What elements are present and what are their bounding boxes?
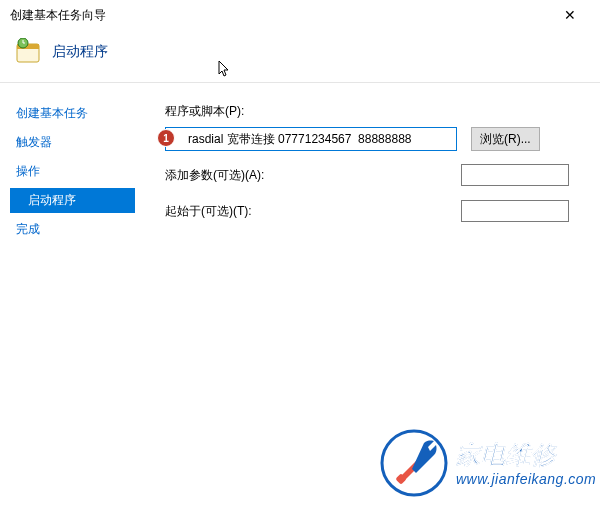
startin-input[interactable] (461, 200, 569, 222)
wizard-window: 创建基本任务向导 ✕ 启动程序 创建基本任务 触发器 操作 启动程序 完成 程序… (0, 0, 600, 513)
close-button[interactable]: ✕ (550, 1, 590, 29)
watermark-text: 家电维修 (456, 439, 596, 471)
startin-label: 起始于(可选)(T): (165, 203, 461, 220)
sidebar-item-trigger[interactable]: 触发器 (10, 130, 135, 155)
sidebar-item-start-program[interactable]: 启动程序 (10, 188, 135, 213)
watermark-text-block: 家电维修 www.jianfeikang.com (456, 439, 596, 487)
watermark: 家电维修 www.jianfeikang.com (380, 413, 600, 513)
program-icon (14, 38, 42, 66)
wizard-header: 启动程序 (0, 30, 600, 83)
browse-button[interactable]: 浏览(R)... (471, 127, 540, 151)
annotation-marker-1: 1 (157, 129, 175, 147)
sidebar-item-action[interactable]: 操作 (10, 159, 135, 184)
window-title: 创建基本任务向导 (10, 7, 106, 24)
script-label: 程序或脚本(P): (165, 103, 588, 120)
script-input-wrap: 1 (165, 127, 457, 151)
script-input[interactable] (165, 127, 457, 151)
args-label: 添加参数(可选)(A): (165, 167, 461, 184)
titlebar: 创建基本任务向导 ✕ (0, 0, 600, 30)
tools-icon (380, 429, 448, 497)
page-title: 启动程序 (52, 43, 108, 61)
sidebar-item-create-task[interactable]: 创建基本任务 (10, 101, 135, 126)
sidebar: 创建基本任务 触发器 操作 启动程序 完成 (0, 83, 135, 512)
watermark-url: www.jianfeikang.com (456, 471, 596, 487)
args-input[interactable] (461, 164, 569, 186)
sidebar-item-finish[interactable]: 完成 (10, 217, 135, 242)
